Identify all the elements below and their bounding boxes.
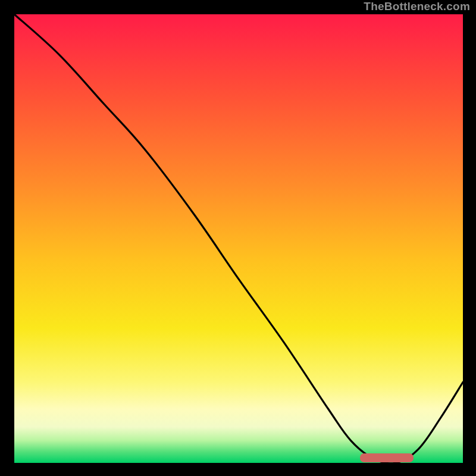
watermark-text: TheBottleneck.com xyxy=(364,0,470,13)
curve-layer xyxy=(14,14,463,463)
bottleneck-curve-path xyxy=(14,14,463,463)
bottleneck-chart xyxy=(14,14,463,463)
optimal-range-marker xyxy=(360,453,414,462)
